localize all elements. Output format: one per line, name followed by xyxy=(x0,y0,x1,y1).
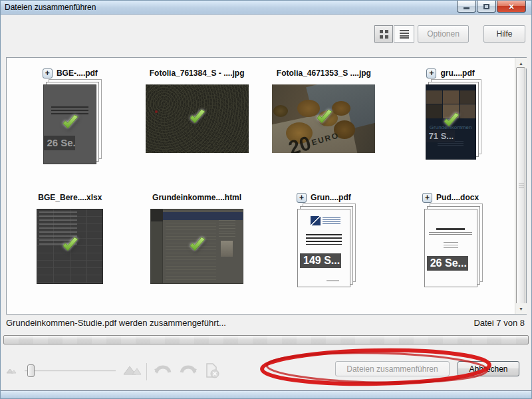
file-label: Fotolia_4671353_S ....jpg xyxy=(277,67,371,79)
check-icon xyxy=(60,237,80,254)
webpage-right-column xyxy=(219,220,235,238)
grid-view-icon xyxy=(380,30,388,39)
file-item-bge-pdf[interactable]: + BGE-....pdf 26 Se... xyxy=(43,67,98,192)
list-view-icon xyxy=(400,30,409,39)
page-count-badge: 149 S... xyxy=(300,253,341,268)
page-count-badge: 71 S... xyxy=(426,130,455,142)
maximize-icon xyxy=(483,4,489,9)
list-view-toggle[interactable] xyxy=(394,25,414,43)
thumbnail-size-slider-track[interactable] xyxy=(25,370,116,372)
file-item-pud-docx[interactable]: + Pud....docx 26 Se... xyxy=(422,192,479,316)
webpage-logo-block xyxy=(151,209,163,221)
check-icon xyxy=(441,112,461,130)
file-name: Pud....docx xyxy=(436,193,479,202)
title-text-lines xyxy=(306,234,342,245)
close-icon: × xyxy=(509,2,514,11)
file-item-grun-pdf[interactable]: + Grun....pdf 149 S... xyxy=(297,192,351,316)
options-button[interactable]: Optionen xyxy=(418,25,469,43)
maximize-button[interactable] xyxy=(477,1,496,13)
thumbnail-size-slider-thumb[interactable] xyxy=(27,364,35,377)
webpage-sidebar xyxy=(151,221,163,283)
scrollbar-thumb[interactable] xyxy=(516,67,525,305)
zoom-in-thumbnails-icon xyxy=(123,364,142,375)
coin xyxy=(332,101,350,116)
file-label: Fotolia_761384_S - ....jpg xyxy=(150,67,245,79)
file-name: Grundeinkomme....html xyxy=(152,193,241,202)
redo-icon[interactable] xyxy=(179,364,198,378)
coin xyxy=(273,105,288,117)
file-label: BGE_Bere....xlsx xyxy=(38,192,102,203)
file-name: Grun....pdf xyxy=(311,193,351,202)
expand-plus-icon[interactable]: + xyxy=(426,68,436,78)
help-button[interactable]: Hilfe xyxy=(483,25,525,43)
zoom-out-thumbnails-icon xyxy=(6,367,17,374)
file-item-gru-pdf[interactable]: + gru....pdf Grundeinkommen 71 S... xyxy=(426,67,476,192)
thumbnail-euro-photo: 20 EURO xyxy=(272,84,375,153)
thumbnail-bge-pdf: 26 Se... xyxy=(43,84,96,164)
file-item-grundeinkommen-html[interactable]: Grundeinkomme....html xyxy=(150,192,243,316)
window-controls: × xyxy=(456,1,526,13)
expand-plus-icon[interactable]: + xyxy=(297,193,307,203)
thumbnail-view-toggle[interactable] xyxy=(374,25,393,43)
minimize-icon xyxy=(464,7,469,9)
webpage-header-bar xyxy=(163,212,243,219)
cancel-button[interactable]: Abbrechen xyxy=(458,361,519,376)
file-item-bge-xlsx[interactable]: BGE_Bere....xlsx xyxy=(37,192,103,316)
logo-text-lines xyxy=(323,217,340,224)
file-name: Fotolia_4671353_S ....jpg xyxy=(277,68,371,78)
body-text-lines xyxy=(444,242,458,249)
file-item-fotolia-crowd[interactable]: Fotolia_761384_S - ....jpg xyxy=(146,67,249,192)
thumbnail-gru-pdf: Grundeinkommen 71 S... xyxy=(426,84,476,160)
file-grid: + BGE-....pdf 26 Se... Fotolia_761384_S … xyxy=(7,58,514,314)
expand-plus-icon[interactable]: + xyxy=(43,68,53,78)
check-icon xyxy=(314,109,334,126)
file-label: Grundeinkomme....html xyxy=(152,192,241,203)
file-label: + BGE-....pdf xyxy=(43,67,98,79)
check-icon xyxy=(187,237,207,254)
check-icon xyxy=(187,109,207,126)
window-bottom-frame xyxy=(1,390,531,398)
photo-detail xyxy=(155,110,158,113)
file-name: BGE_Bere....xlsx xyxy=(38,193,102,202)
file-label: + Grun....pdf xyxy=(297,192,351,203)
undo-icon[interactable] xyxy=(154,364,172,378)
thumbnail-study-pdf: 149 S... xyxy=(297,209,350,287)
window-title: Dateien zusammenführen xyxy=(5,3,96,12)
combine-files-dialog: { "window": { "title": "Dateien zusammen… xyxy=(0,0,532,399)
scrollbar-grip xyxy=(519,184,524,189)
title-text-line xyxy=(436,228,466,230)
page-count-badge: 26 Se... xyxy=(44,136,75,150)
combine-files-button[interactable]: Dateien zusammenführen xyxy=(335,361,450,376)
subtitle-text-lines xyxy=(429,232,473,235)
page-count-badge: 26 Se... xyxy=(427,256,468,271)
vertical-scrollbar[interactable]: ▲ ▼ xyxy=(515,58,526,314)
thumbnail-word-doc: 26 Se... xyxy=(424,209,477,287)
scroll-down-button[interactable]: ▼ xyxy=(515,303,527,314)
file-name: gru....pdf xyxy=(440,68,474,78)
file-item-fotolia-money[interactable]: Fotolia_4671353_S ....jpg 20 EURO xyxy=(272,67,375,192)
file-grid-area: + BGE-....pdf 26 Se... Fotolia_761384_S … xyxy=(6,57,527,315)
file-label: + Pud....docx xyxy=(422,192,479,203)
toolbar-divider xyxy=(146,363,147,380)
status-message: Grundeinkommen-Studie.pdf werden zusamme… xyxy=(6,318,226,328)
footer-text-line xyxy=(327,280,340,281)
thumbnail-crowd-photo xyxy=(146,84,249,153)
file-name: BGE-....pdf xyxy=(57,68,98,78)
file-name: Fotolia_761384_S - ....jpg xyxy=(150,68,245,78)
file-label: + gru....pdf xyxy=(426,67,474,79)
expand-plus-icon[interactable]: + xyxy=(422,193,432,203)
institute-logo xyxy=(311,216,321,225)
remove-file-icon[interactable] xyxy=(204,363,220,379)
file-counter: Datei 7 von 8 xyxy=(473,318,525,328)
thumbnail-spreadsheet xyxy=(37,209,103,284)
webpage-portrait-photo xyxy=(221,241,233,257)
progress-bar xyxy=(3,335,529,344)
thumbnail-webpage xyxy=(150,209,243,284)
minimize-button[interactable] xyxy=(457,1,476,13)
check-icon xyxy=(60,115,80,132)
close-button[interactable]: × xyxy=(497,1,526,13)
title-bar: Dateien zusammenführen xyxy=(1,1,531,15)
